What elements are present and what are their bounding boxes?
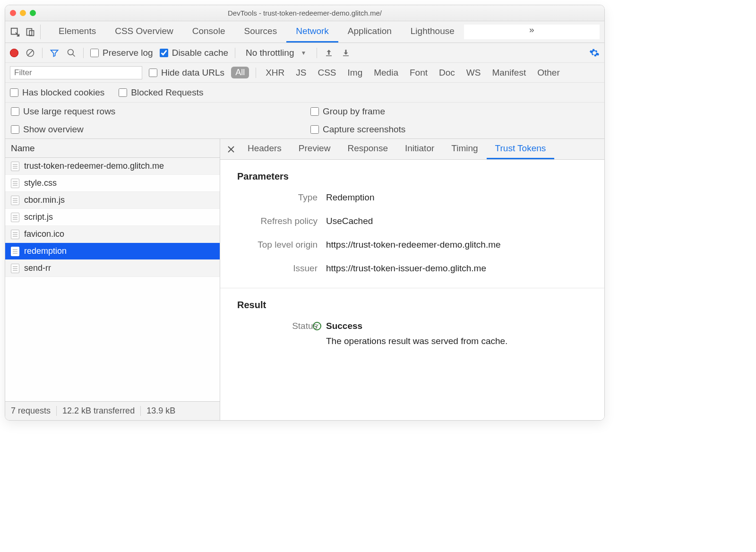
status-transferred: 12.2 kB transferred bbox=[57, 406, 141, 416]
network-toolbar: Preserve log Disable cache No throttling… bbox=[5, 43, 604, 63]
result-heading: Result bbox=[237, 300, 587, 310]
search-icon[interactable] bbox=[66, 48, 77, 58]
filter-type-font[interactable]: Font bbox=[407, 68, 430, 78]
upload-har-icon[interactable] bbox=[324, 48, 334, 58]
preserve-log-label: Preserve log bbox=[103, 48, 153, 58]
filter-type-img[interactable]: Img bbox=[345, 68, 366, 78]
panel-tab-sources[interactable]: Sources bbox=[234, 21, 286, 43]
status-resources: 13.9 kB bbox=[141, 406, 181, 416]
detail-tab-preview[interactable]: Preview bbox=[290, 139, 339, 159]
more-panels-button[interactable]: » bbox=[525, 25, 538, 36]
filter-type-other[interactable]: Other bbox=[534, 68, 563, 78]
request-row[interactable]: redemption bbox=[5, 243, 220, 260]
result-status-value: ✓ Success The operations result was serv… bbox=[326, 321, 587, 346]
request-row[interactable]: cbor.min.js bbox=[5, 192, 220, 209]
request-row[interactable]: script.js bbox=[5, 209, 220, 226]
filter-toolbar-2: Has blocked cookies Blocked Requests bbox=[5, 83, 604, 103]
request-column-header[interactable]: Name bbox=[5, 139, 220, 158]
parameters-section: Parameters Type Redemption Refresh polic… bbox=[220, 160, 604, 288]
blocked-requests-checkbox[interactable]: Blocked Requests bbox=[119, 87, 203, 98]
request-row[interactable]: trust-token-redeemer-demo.glitch.me bbox=[5, 158, 220, 175]
chevron-down-icon: ▼ bbox=[301, 50, 306, 56]
detail-tab-trust-tokens[interactable]: Trust Tokens bbox=[487, 139, 555, 159]
filter-type-media[interactable]: Media bbox=[371, 68, 401, 78]
throttling-value: No throttling bbox=[246, 48, 294, 58]
request-name: redemption bbox=[24, 246, 67, 256]
detail-tab-timing[interactable]: Timing bbox=[443, 139, 486, 159]
disable-cache-checkbox[interactable]: Disable cache bbox=[160, 48, 228, 58]
detail-tabs: HeadersPreviewResponseInitiatorTimingTru… bbox=[220, 139, 604, 160]
panel-tabs-bar: ElementsCSS OverviewConsoleSourcesNetwor… bbox=[5, 21, 604, 43]
filter-type-manifest[interactable]: Manifest bbox=[489, 68, 529, 78]
result-status-note: The operations result was served from ca… bbox=[326, 336, 587, 346]
inspect-element-icon[interactable] bbox=[10, 27, 20, 37]
panel-tab-network[interactable]: Network bbox=[286, 21, 338, 43]
detail-body: Parameters Type Redemption Refresh polic… bbox=[220, 160, 604, 420]
document-icon bbox=[11, 213, 19, 222]
request-name: trust-token-redeemer-demo.glitch.me bbox=[24, 161, 164, 171]
preserve-log-checkbox[interactable]: Preserve log bbox=[90, 48, 153, 58]
network-status-bar: 7 requests 12.2 kB transferred 13.9 kB bbox=[5, 401, 220, 420]
result-section: Result Status ✓ Success The operations r… bbox=[220, 288, 604, 361]
param-type-value: Redemption bbox=[326, 192, 587, 203]
throttling-select[interactable]: No throttling ▼ bbox=[242, 48, 310, 58]
filter-type-js[interactable]: JS bbox=[293, 68, 309, 78]
request-row[interactable]: style.css bbox=[5, 175, 220, 192]
filter-toolbar: Hide data URLs All XHRJSCSSImgMediaFontD… bbox=[5, 63, 604, 83]
close-detail-button[interactable] bbox=[223, 139, 239, 159]
separator bbox=[42, 48, 43, 58]
disable-cache-label: Disable cache bbox=[172, 48, 228, 58]
request-row[interactable]: send-rr bbox=[5, 260, 220, 277]
param-type-key: Type bbox=[237, 192, 318, 203]
capture-screenshots-checkbox[interactable]: Capture screenshots bbox=[305, 121, 604, 138]
clear-icon[interactable] bbox=[25, 48, 35, 58]
filter-type-xhr[interactable]: XHR bbox=[263, 68, 287, 78]
filter-type-doc[interactable]: Doc bbox=[436, 68, 458, 78]
show-overview-label: Show overview bbox=[23, 124, 84, 135]
panel-tab-elements[interactable]: Elements bbox=[49, 21, 105, 43]
device-toggle-icon[interactable] bbox=[25, 27, 35, 37]
show-overview-checkbox[interactable]: Show overview bbox=[5, 121, 305, 138]
has-blocked-cookies-checkbox[interactable]: Has blocked cookies bbox=[10, 87, 104, 98]
panel-tab-console[interactable]: Console bbox=[183, 21, 235, 43]
network-settings-gear-icon[interactable] bbox=[589, 48, 600, 58]
panel-tab-application[interactable]: Application bbox=[338, 21, 401, 43]
filter-type-all[interactable]: All bbox=[231, 67, 249, 78]
group-by-frame-checkbox[interactable]: Group by frame bbox=[305, 103, 604, 121]
detail-tab-headers[interactable]: Headers bbox=[239, 139, 290, 159]
param-issuer-key: Issuer bbox=[237, 263, 318, 274]
panel-tab-css-overview[interactable]: CSS Overview bbox=[105, 21, 183, 43]
filter-funnel-icon[interactable] bbox=[49, 48, 60, 58]
detail-tab-initiator[interactable]: Initiator bbox=[396, 139, 443, 159]
request-name: script.js bbox=[24, 212, 53, 222]
request-row[interactable]: favicon.ico bbox=[5, 226, 220, 243]
document-icon bbox=[11, 196, 19, 205]
use-large-rows-checkbox[interactable]: Use large request rows bbox=[5, 103, 305, 121]
hide-data-urls-checkbox[interactable]: Hide data URLs bbox=[149, 68, 224, 78]
group-by-frame-label: Group by frame bbox=[323, 106, 385, 117]
window-titlebar: DevTools - trust-token-redeemer-demo.gli… bbox=[5, 5, 604, 21]
parameters-heading: Parameters bbox=[237, 171, 587, 182]
status-request-count: 7 requests bbox=[11, 406, 57, 416]
view-options: Use large request rows Group by frame Sh… bbox=[5, 103, 604, 139]
download-har-icon[interactable] bbox=[341, 48, 351, 58]
record-button[interactable] bbox=[10, 49, 18, 57]
detail-tab-response[interactable]: Response bbox=[339, 139, 396, 159]
param-refresh-value: UseCached bbox=[326, 216, 587, 226]
svg-point-8 bbox=[68, 49, 74, 55]
separator bbox=[317, 48, 317, 58]
separator bbox=[235, 48, 235, 58]
blocked-requests-label: Blocked Requests bbox=[131, 87, 203, 98]
svg-line-9 bbox=[73, 54, 75, 56]
panel-tab-lighthouse[interactable]: Lighthouse bbox=[401, 21, 464, 43]
filter-type-css[interactable]: CSS bbox=[315, 68, 339, 78]
filter-type-ws[interactable]: WS bbox=[464, 68, 484, 78]
request-list-pane: Name trust-token-redeemer-demo.glitch.me… bbox=[5, 139, 220, 420]
network-split: Name trust-token-redeemer-demo.glitch.me… bbox=[5, 139, 604, 420]
request-name: send-rr bbox=[24, 263, 51, 273]
document-icon bbox=[11, 264, 19, 273]
document-icon bbox=[11, 162, 19, 171]
param-refresh-key: Refresh policy bbox=[237, 216, 318, 226]
request-name: favicon.ico bbox=[24, 229, 64, 239]
filter-input[interactable] bbox=[10, 66, 142, 79]
